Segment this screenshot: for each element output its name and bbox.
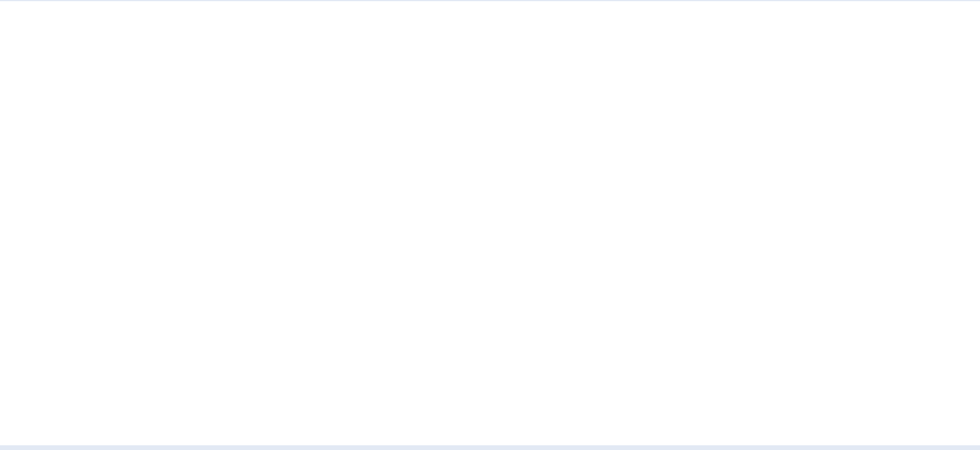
chart-canvas: [0, 0, 980, 450]
symbol-ohlc-readout: [4, 4, 7, 11]
mt4-chart-window: [0, 0, 980, 450]
bottom-window-edge: [0, 445, 980, 450]
